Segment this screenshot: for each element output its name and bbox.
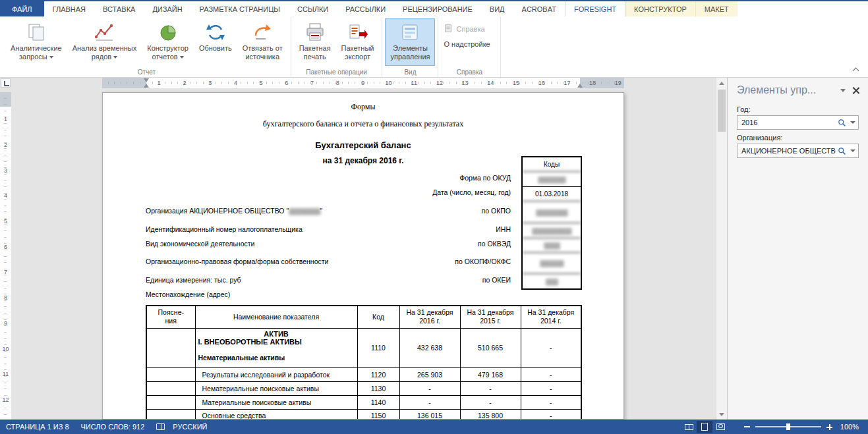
horizontal-ruler: 12345678910111213141516171819: [11, 78, 716, 88]
document-scrollbar[interactable]: [716, 78, 727, 420]
time-series-chart-icon: [94, 22, 115, 43]
col-header-2016: На 31 декабря 2016 г.: [399, 306, 460, 328]
section-assets-cell: АКТИВ I. ВНЕОБОРОТНЫЕ АКТИВЫ Нематериаль…: [195, 328, 357, 367]
okved-code-value: ▓▓▓▓: [523, 238, 581, 252]
tab-view[interactable]: ВИД: [481, 1, 513, 16]
col-header-code: Код: [357, 306, 399, 328]
tab-stop-selector[interactable]: [1, 78, 11, 88]
okei-label: по ОКЕИ: [482, 276, 516, 284]
okved-line: Вид экономической деятельности: [146, 240, 478, 248]
okved-label: по ОКВЭД: [478, 240, 516, 248]
tab-references[interactable]: ССЫЛКИ: [289, 1, 337, 16]
col-header-2015: На 31 декабря 2015 г.: [460, 306, 521, 328]
year-input-value: 2016: [741, 119, 836, 126]
first-line-indent-marker[interactable]: [144, 78, 149, 82]
zoom-out-button[interactable]: [744, 426, 750, 427]
search-icon[interactable]: [836, 147, 848, 155]
zoom-slider[interactable]: [755, 426, 821, 427]
ruler-number: 6: [274, 78, 299, 88]
zoom-slider-thumb[interactable]: [786, 423, 790, 430]
word-window: ФАЙЛ ГЛАВНАЯ ВСТАВКА ДИЗАЙН РАЗМЕТКА СТР…: [0, 0, 868, 434]
controls-pane-toggle-button[interactable]: Элементы управления: [385, 18, 435, 66]
analytic-queries-label: Аналитические запросы: [11, 44, 62, 61]
ruler-number: 18: [580, 78, 606, 88]
about-addin-label: О надстройке: [444, 40, 490, 48]
ruler-number: 5: [248, 78, 274, 88]
okopf-label: по ОКОПФ/ОКФС: [455, 258, 516, 265]
time-series-button[interactable]: Анализ временных рядов: [67, 18, 142, 66]
language-indicator[interactable]: РУССКИЙ: [167, 420, 213, 434]
print-layout-button[interactable]: [697, 421, 712, 433]
ruler-number: 13: [452, 78, 478, 88]
help-label: Справка: [456, 25, 484, 33]
refresh-button[interactable]: Обновить: [194, 18, 237, 66]
organization-input[interactable]: АКЦИОНЕРНОЕ ОБЩЕСТВО: [737, 144, 859, 158]
document-page[interactable]: Формы бухгалтерского баланса и отчета о …: [102, 92, 624, 420]
tab-page-layout[interactable]: РАЗМЕТКА СТРАНИЦЫ: [191, 1, 289, 16]
help-button[interactable]: Справка: [441, 22, 498, 36]
organization-line: Организация АКЦИОНЕРНОЕ ОБЩЕСТВО "▓▓▓▓▓▓…: [146, 207, 482, 215]
collapse-ribbon-button[interactable]: [853, 67, 859, 72]
inn-code-value: ▓▓▓▓▓▓▓▓▓▓: [523, 223, 581, 238]
analytic-queries-button[interactable]: Аналитические запросы: [5, 18, 67, 66]
tab-acrobat[interactable]: ACROBAT: [513, 1, 565, 16]
ruler-number: 9: [351, 78, 376, 88]
scroll-down-button[interactable]: [716, 409, 727, 420]
okpo-code-value: ▓▓▓▓▓▓▓▓: [523, 201, 581, 223]
tab-table-layout[interactable]: МАКЕТ: [695, 1, 738, 16]
page-indicator[interactable]: СТРАНИЦА 1 ИЗ 8: [0, 420, 75, 434]
zoom-in-button[interactable]: [826, 424, 832, 430]
ruler-number: 11: [401, 78, 427, 88]
ruler-number: 14: [478, 78, 504, 88]
tab-foresight[interactable]: FORESIGHT: [565, 1, 625, 16]
tab-insert[interactable]: ВСТАВКА: [94, 1, 144, 16]
left-indent-marker[interactable]: [144, 84, 149, 88]
ruler-number: 17: [554, 78, 580, 88]
zoom-percentage[interactable]: 100%: [838, 423, 868, 431]
form-heading-line2: бухгалтерского баланса и отчета о финанс…: [103, 119, 623, 129]
scrollbar-thumb[interactable]: [718, 90, 726, 132]
dropdown-arrow-icon[interactable]: [848, 121, 858, 124]
word-count[interactable]: ЧИСЛО СЛОВ: 912: [75, 420, 151, 434]
year-input[interactable]: 2016: [737, 115, 859, 130]
proofing-status-icon[interactable]: [156, 423, 165, 430]
tab-mailings[interactable]: РАССЫЛКИ: [337, 1, 394, 16]
batch-print-button[interactable]: Пакетная печать: [294, 18, 336, 66]
controls-task-pane: Элементы упр... Год: 2016 Организация: А…: [727, 78, 868, 420]
ruler-number: 13: [0, 412, 11, 420]
tab-review[interactable]: РЕЦЕНЗИРОВАНИЕ: [394, 1, 481, 16]
inn-line: Идентификационный номер налогоплательщик…: [146, 225, 496, 233]
col-header-2014: На 31 декабря 2014 г.: [521, 306, 581, 328]
scroll-up-button[interactable]: [716, 78, 727, 88]
unlink-source-button[interactable]: Отвязать от источника: [237, 18, 288, 66]
unlink-arrow-icon: [252, 22, 273, 43]
dropdown-arrow-icon[interactable]: [848, 149, 858, 152]
print-layout-icon: [701, 423, 708, 431]
right-indent-marker[interactable]: [577, 84, 583, 88]
ruler-number: 3: [197, 78, 223, 88]
tab-table-design[interactable]: КОНСТРУКТОР: [625, 1, 695, 16]
group-label-batch: Пакетные операции: [291, 68, 382, 76]
tab-file[interactable]: ФАЙЛ: [0, 1, 44, 16]
about-addin-button[interactable]: О надстройке: [441, 38, 498, 51]
task-pane-menu-arrow-icon[interactable]: [840, 89, 846, 92]
tab-design[interactable]: ДИЗАЙН: [144, 1, 190, 16]
arrow-up-icon: [719, 82, 724, 85]
col-header-explanations: Поясне- ния: [146, 306, 195, 328]
ruler-number: 7: [299, 78, 325, 88]
ruler-number: 2: [0, 132, 11, 158]
document-viewport: 12345678910111213141516171819 1234567891…: [0, 78, 727, 420]
report-builder-button[interactable]: Конструктор отчетов: [142, 18, 194, 66]
table-row: Материальные поисковые активы 1140- --: [146, 395, 581, 409]
batch-export-button[interactable]: Пакетный экспорт: [336, 18, 380, 66]
web-layout-button[interactable]: [712, 421, 728, 433]
task-pane-close-button[interactable]: [852, 86, 860, 94]
table-header-row: Поясне- ния Наименование показателя Код …: [146, 306, 581, 328]
search-icon[interactable]: [836, 119, 848, 127]
ruler-number: 1: [0, 107, 11, 132]
read-mode-button[interactable]: [681, 421, 697, 433]
okopf-line: Организационно-правовая форма/форма собс…: [146, 258, 455, 265]
ruler-number: 7: [0, 259, 11, 285]
tab-home[interactable]: ГЛАВНАЯ: [44, 1, 94, 16]
balance-table: Поясне- ния Наименование показателя Код …: [146, 305, 582, 420]
